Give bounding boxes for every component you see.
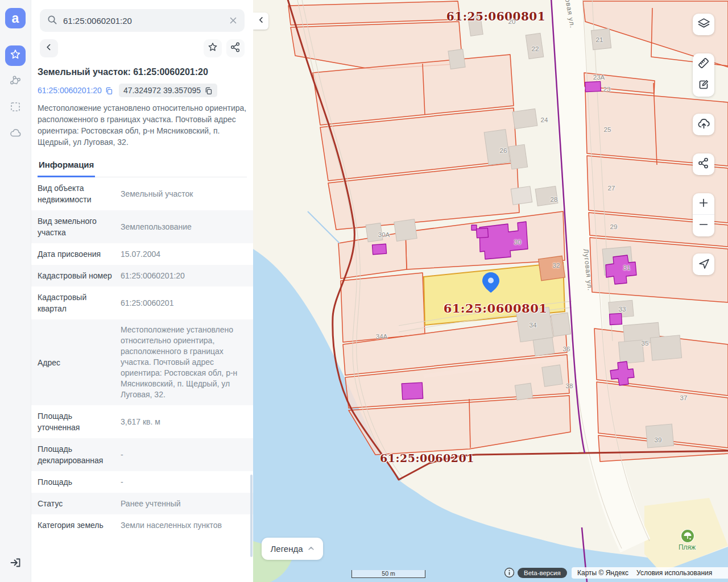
navigation-arrow-icon [697,257,710,272]
favorites-rail-button[interactable] [5,45,26,66]
parcel-number-label: 38 [566,383,573,389]
map-area[interactable]: 61:25:0600801 61:25:0600801 61:25:006020… [253,0,728,582]
app-logo-letter: a [12,11,19,26]
row-value: Ранее учтенный [121,498,247,509]
map-canvas [253,0,728,582]
quarter-label-bottom: 61:25:0060201 [380,452,474,464]
chips-row: 61:25:0060201:20 47.324972 39.357095 [38,84,247,97]
side-panel: Земельный участок: 61:25:0060201:20 61:2… [31,0,253,582]
chevron-up-icon [308,544,315,554]
table-row: Площадь- [31,471,253,493]
upload-button[interactable] [693,114,714,135]
locate-button[interactable] [693,253,714,275]
row-label: Площадь декларированная [38,443,114,466]
search-icon [47,14,57,27]
icon-rail: a [0,0,31,582]
parcel-number-label: 39 [655,436,662,443]
scale-label: 50 m [382,570,395,577]
row-label: Кадастровый квартал [38,292,114,314]
row-label: Категория земель [38,519,114,531]
parcel-number-label: 26 [500,147,507,154]
favorite-button[interactable] [204,39,222,57]
parcel-number-label: 37 [680,394,688,401]
collapse-panel-button[interactable] [253,13,268,30]
clear-search-icon[interactable] [229,16,238,25]
row-value: - [121,477,247,488]
cadastral-number-text: 61:25:0060201:20 [38,86,102,95]
parcel-number-label: 27 [608,185,615,192]
map-share-button[interactable] [693,153,714,175]
select-area-rail-button[interactable] [5,98,26,118]
cloud-upload-icon [697,117,710,132]
parcel-number-label: 25 [604,126,611,133]
row-value: Земли населенных пунктов [121,520,247,531]
zoom-in-button[interactable] [693,193,714,215]
tab-information[interactable]: Информация [38,160,95,177]
object-description: Местоположение установлено относительно … [38,102,247,148]
copy-icon[interactable] [105,86,113,95]
parcel-number-label: 29 [610,223,618,230]
app-logo[interactable]: a [5,8,26,28]
star-icon [9,48,22,63]
share-object-button[interactable] [226,39,245,57]
cadastral-number-link[interactable]: 61:25:0060201:20 [38,86,113,95]
parcel-number-label: 23А [593,74,605,81]
copy-icon[interactable] [204,86,213,95]
table-row: СтатусРанее учтенный [31,493,253,514]
parcel-number-label: 24 [541,117,548,123]
edit-button[interactable] [693,75,714,97]
row-value: Земельный участок [121,189,247,199]
exit-rail-button[interactable] [5,554,26,574]
parcel-number-label: 30А [378,231,390,238]
sign-in-icon [9,556,22,571]
edit-pencil-icon [697,78,710,93]
panel-scrollbar[interactable] [250,475,253,557]
back-button[interactable] [40,39,58,57]
zoom-out-button[interactable] [693,215,714,236]
cloud-icon [9,127,22,142]
parcel-number-label: 31 [623,264,631,271]
terms-link[interactable]: Условия использования [636,569,712,577]
map-layers-button[interactable] [693,14,714,35]
cloud-rail-button[interactable] [5,124,26,144]
measure-ruler-button[interactable] [693,53,714,75]
copyright-text: Карты © Яндекс [577,569,628,577]
parcel-number-label: 35 [642,340,649,347]
beach-icon [680,529,695,543]
row-value: 61:25:0060201:20 [121,271,247,281]
chevron-left-icon [44,42,54,55]
beach-label: Пляж [679,543,696,551]
table-row: Площадь уточненная3,617 кв. м [31,405,253,438]
row-label: Дата присвоения [38,248,114,260]
coordinates-text: 47.324972 39.357095 [123,86,201,95]
parcel-number-label: 33 [619,306,626,313]
plus-icon [698,197,709,211]
parcel-number-label: 21 [596,36,603,43]
parcel-number-label: 22 [532,45,539,52]
row-value: 15.07.2004 [121,249,247,260]
coordinates-chip[interactable]: 47.324972 39.357095 [119,84,217,97]
polygon-nodes-icon [9,74,22,89]
table-row: Вид земельного участкаЗемлепользование [31,210,253,243]
object-card-header [40,39,245,57]
legend-label: Легенда [270,544,303,554]
geometry-rail-button[interactable] [5,72,26,92]
row-label: Вид земельного участка [38,215,114,238]
row-label: Адрес [38,357,114,368]
layers-icon [697,17,710,32]
parcel-number-label: 34 [530,322,537,329]
table-row: Кадастровый номер61:25:0060201:20 [31,265,253,286]
table-row: Дата присвоения15.07.2004 [31,243,253,265]
selected-parcel-label: 61:25:0600801 [444,301,548,315]
info-icon[interactable] [504,567,515,578]
parcel-number-label: 28 [551,196,558,203]
beta-badge: Beta-версия [518,568,567,578]
row-label: Статус [38,498,114,509]
parcel-number-label: 23 [603,86,611,93]
table-row: Кадастровый квартал61:25:0060201 [31,286,253,319]
search-input[interactable] [63,16,229,26]
legend-button[interactable]: Легенда [262,538,323,560]
row-label: Площадь [38,476,114,488]
share-nodes-icon [697,157,710,172]
row-value: - [121,450,247,460]
